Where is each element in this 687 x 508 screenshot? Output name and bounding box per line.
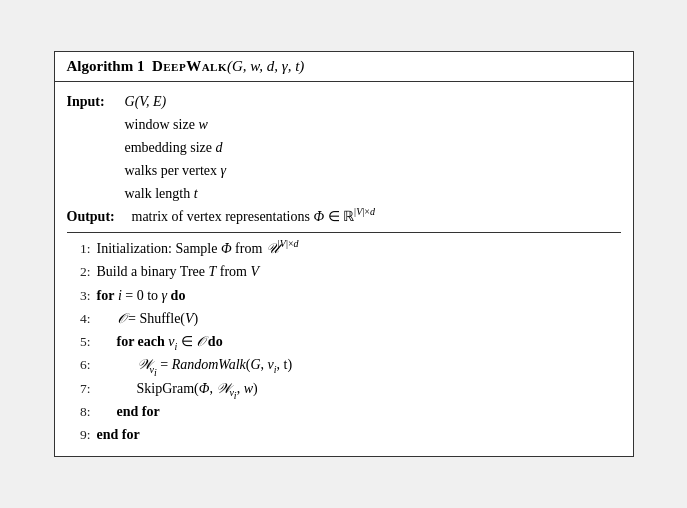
line-num-6: 6: (67, 354, 91, 376)
line-3: 3: for i = 0 to γ do (67, 284, 621, 307)
input-window-text: window size w (125, 113, 621, 136)
line-num-7: 7: (67, 378, 91, 400)
line-5: 5: for each vi ∈ 𝒪 do (67, 330, 621, 353)
input-first-item: G(V, E) (125, 90, 621, 113)
output-section: Output: matrix of vertex representations… (67, 205, 621, 228)
line-num-8: 8: (67, 401, 91, 423)
line-6: 6: 𝒲vi = RandomWalk(G, vi, t) (67, 353, 621, 376)
input-label: Input: (67, 90, 125, 113)
algorithm-name: DeepWalk (152, 58, 227, 74)
line-num-2: 2: (67, 261, 91, 283)
algorithm-box: Algorithm 1 DeepWalk(G, w, d, γ, t) Inpu… (54, 51, 634, 458)
line-num-1: 1: (67, 238, 91, 260)
line-7: 7: SkipGram(Φ, 𝒲vi, w) (67, 377, 621, 400)
algorithm-body: Input: G(V, E) window size w embedding s… (55, 82, 633, 457)
input-length: walk length t (67, 182, 621, 205)
line-1: 1: Initialization: Sample Φ from 𝒰|V|×d (67, 237, 621, 260)
line-num-4: 4: (67, 308, 91, 330)
line-content-9: end for (97, 423, 621, 446)
line-content-8: end for (97, 400, 621, 423)
line-content-5: for each vi ∈ 𝒪 do (97, 330, 621, 353)
input-window: window size w (67, 113, 621, 136)
input-embedding-text: embedding size d (125, 136, 621, 159)
algorithm-header: Algorithm 1 DeepWalk(G, w, d, γ, t) (55, 52, 633, 82)
line-8: 8: end for (67, 400, 621, 423)
line-content-4: 𝒪 = Shuffle(V) (97, 307, 621, 330)
line-content-2: Build a binary Tree T from V (97, 260, 621, 283)
input-embedding: embedding size d (67, 136, 621, 159)
line-num-9: 9: (67, 424, 91, 446)
input-walks: walks per vertex γ (67, 159, 621, 182)
input-length-text: walk length t (125, 182, 621, 205)
divider (67, 232, 621, 233)
line-content-1: Initialization: Sample Φ from 𝒰|V|×d (97, 237, 621, 260)
line-content-6: 𝒲vi = RandomWalk(G, vi, t) (97, 353, 621, 376)
algorithm-label: Algorithm 1 (67, 58, 152, 74)
output-label: Output: (67, 205, 132, 228)
line-4: 4: 𝒪 = Shuffle(V) (67, 307, 621, 330)
line-num-3: 3: (67, 285, 91, 307)
line-9: 9: end for (67, 423, 621, 446)
line-content-3: for i = 0 to γ do (97, 284, 621, 307)
input-walks-text: walks per vertex γ (125, 159, 621, 182)
algorithm-params: (G, w, d, γ, t) (227, 58, 304, 74)
input-section: Input: G(V, E) (67, 90, 621, 113)
output-text: matrix of vertex representations Φ ∈ ℝ|V… (132, 205, 621, 228)
line-2: 2: Build a binary Tree T from V (67, 260, 621, 283)
line-content-7: SkipGram(Φ, 𝒲vi, w) (97, 377, 621, 400)
line-num-5: 5: (67, 331, 91, 353)
